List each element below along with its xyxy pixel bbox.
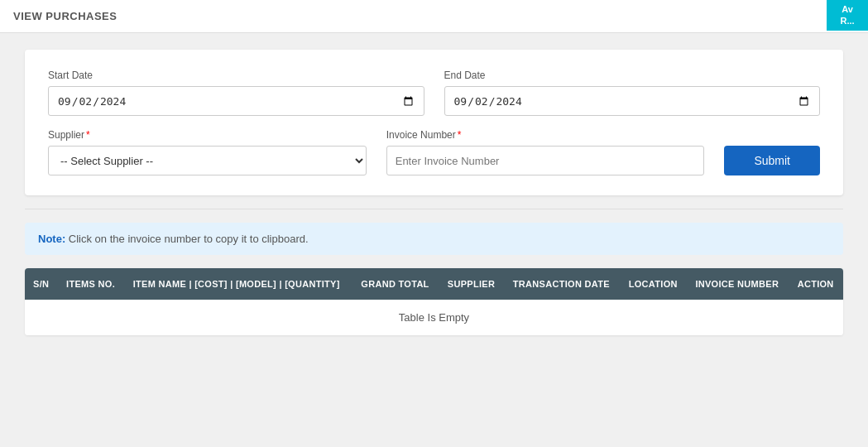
invoice-required-star: *: [458, 129, 462, 141]
supplier-required-star: *: [86, 129, 90, 141]
submit-button[interactable]: Submit: [724, 146, 820, 175]
invoice-number-input[interactable]: [386, 146, 705, 175]
col-item-name: ITEM NAME | [COST] | [MODEL] | [QUANTITY…: [125, 268, 353, 300]
end-date-input[interactable]: [444, 86, 821, 116]
main-content: Start Date End Date Supplier* -- Select …: [0, 33, 868, 352]
col-sn: S/N: [25, 268, 58, 300]
start-date-input[interactable]: [48, 86, 424, 116]
start-date-label: Start Date: [48, 70, 424, 81]
note-box: Note: Click on the invoice number to cop…: [25, 223, 843, 255]
col-action: ACTION: [789, 268, 843, 300]
col-location: LOCATION: [621, 268, 688, 300]
purchases-table: S/N ITEMS NO. ITEM NAME | [COST] | [MODE…: [25, 268, 843, 335]
table-header: S/N ITEMS NO. ITEM NAME | [COST] | [MODE…: [25, 268, 843, 300]
page-title: VIEW PURCHASES: [13, 10, 117, 22]
supplier-label: Supplier*: [48, 129, 367, 141]
table-body: Table Is Empty: [25, 300, 843, 335]
submit-btn-wrapper: Submit: [724, 146, 820, 175]
table-header-row: S/N ITEMS NO. ITEM NAME | [COST] | [MODE…: [25, 268, 843, 300]
col-supplier: SUPPLIER: [439, 268, 505, 300]
supplier-invoice-row: Supplier* -- Select Supplier -- Invoice …: [48, 129, 820, 175]
note-text: Click on the invoice number to copy it t…: [69, 233, 309, 245]
note-label: Note:: [38, 233, 65, 245]
corner-badge: Av R...: [827, 0, 868, 31]
top-bar: VIEW PURCHASES Av R...: [0, 0, 868, 33]
table-wrapper: S/N ITEMS NO. ITEM NAME | [COST] | [MODE…: [25, 268, 843, 335]
start-date-group: Start Date: [48, 70, 424, 116]
date-row: Start Date End Date: [48, 70, 820, 116]
col-items-no: ITEMS NO.: [58, 268, 125, 300]
empty-row: Table Is Empty: [25, 300, 843, 335]
end-date-label: End Date: [444, 70, 821, 81]
col-transaction-date: TRANSACTION DATE: [505, 268, 621, 300]
invoice-number-group: Invoice Number*: [386, 129, 705, 175]
form-card: Start Date End Date Supplier* -- Select …: [25, 50, 843, 195]
col-grand-total: GRAND TOTAL: [352, 268, 439, 300]
divider: [25, 209, 843, 209]
end-date-group: End Date: [444, 70, 821, 116]
empty-message: Table Is Empty: [25, 300, 843, 335]
supplier-group: Supplier* -- Select Supplier --: [48, 129, 367, 175]
col-invoice-number: INVOICE NUMBER: [687, 268, 789, 300]
invoice-number-label: Invoice Number*: [386, 129, 705, 141]
supplier-select[interactable]: -- Select Supplier --: [48, 146, 367, 175]
